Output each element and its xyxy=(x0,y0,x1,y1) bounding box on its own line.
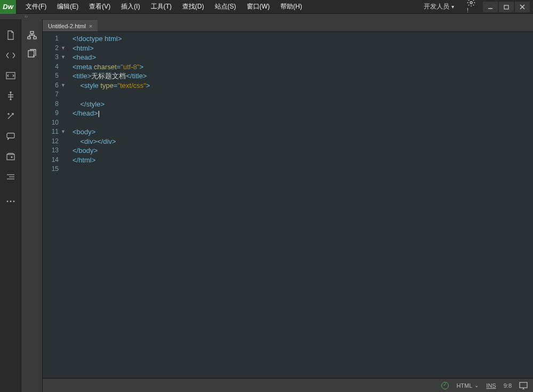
menu-bar: 文件(F)编辑(E)查看(V)插入(I)工具(T)查找(D)站点(S)窗口(W)… xyxy=(21,0,306,13)
tab-label: Untitled-2.html xyxy=(48,23,86,29)
cursor-position: 9:8 xyxy=(504,382,512,389)
status-bar: HTML ⌄ INS 9:8 xyxy=(43,378,533,392)
svg-point-0 xyxy=(470,2,472,4)
menu-item[interactable]: 查找(D) xyxy=(178,0,208,13)
editor-area: Untitled-2.html × 1 2▼3▼4 5 6▼7 8 9 10 1… xyxy=(43,19,533,392)
svg-rect-22 xyxy=(520,382,527,388)
error-status[interactable] xyxy=(441,382,449,389)
file-tab[interactable]: Untitled-2.html × xyxy=(43,20,98,31)
comment-tool-icon[interactable] xyxy=(5,131,16,142)
menu-item[interactable]: 站点(S) xyxy=(211,0,240,13)
manage-sites-icon[interactable] xyxy=(5,50,16,61)
svg-rect-18 xyxy=(30,31,34,34)
file-tool-icon[interactable] xyxy=(5,30,16,40)
menu-item[interactable]: 帮助(H) xyxy=(276,0,306,13)
check-circle-icon xyxy=(441,382,449,389)
menu-item[interactable]: 文件(F) xyxy=(21,0,51,13)
code-view-icon[interactable] xyxy=(5,70,16,81)
svg-rect-2 xyxy=(504,5,508,9)
window-controls xyxy=(483,2,530,12)
settings-button[interactable]: ! xyxy=(464,0,479,15)
svg-point-17 xyxy=(13,201,14,202)
preview-icon[interactable] xyxy=(519,382,528,389)
more-tools-icon[interactable] xyxy=(5,196,16,207)
workspace-label: 开发人员 xyxy=(424,2,449,11)
svg-point-11 xyxy=(11,157,12,158)
code-editor[interactable]: 1 2▼3▼4 5 6▼7 8 9 10 11▼12 13 14 15 <!do… xyxy=(43,32,533,378)
menu-item[interactable]: 工具(T) xyxy=(147,0,176,13)
files-panel-icon[interactable] xyxy=(27,48,37,59)
chevron-down-icon: ▾ xyxy=(451,4,454,10)
svg-rect-10 xyxy=(7,154,14,160)
close-tab-icon[interactable]: × xyxy=(89,23,92,29)
menu-item[interactable]: 插入(I) xyxy=(117,0,144,13)
insert-mode[interactable]: INS xyxy=(486,382,496,389)
panel-grip-icon[interactable]: ›› xyxy=(25,14,28,19)
svg-point-16 xyxy=(10,201,11,202)
dom-tree-icon[interactable] xyxy=(27,30,37,40)
maximize-button[interactable] xyxy=(499,2,514,12)
app-logo: Dw xyxy=(0,0,16,14)
workspace-dropdown[interactable]: 开发人员 ▾ xyxy=(418,1,459,12)
svg-point-15 xyxy=(6,201,8,202)
titlebar: Dw 文件(F)编辑(E)查看(V)插入(I)工具(T)查找(D)站点(S)窗口… xyxy=(0,0,533,14)
svg-point-7 xyxy=(10,99,11,100)
svg-point-8 xyxy=(8,113,9,115)
horizontal-scrollbar[interactable] xyxy=(46,382,433,389)
svg-rect-9 xyxy=(7,133,14,138)
split-view-icon[interactable] xyxy=(5,91,16,101)
minimize-button[interactable] xyxy=(483,2,498,12)
svg-rect-20 xyxy=(34,37,36,39)
assets-tool-icon[interactable] xyxy=(5,151,16,162)
code-content[interactable]: <!doctype html><html><head><meta charset… xyxy=(68,32,533,378)
chevron-down-icon: ⌄ xyxy=(474,382,479,388)
left-toolbar xyxy=(0,19,21,392)
secondary-toolbar xyxy=(21,19,43,392)
indent-tool-icon[interactable] xyxy=(5,172,16,182)
svg-point-6 xyxy=(10,92,11,93)
close-button[interactable] xyxy=(515,2,530,12)
line-gutter: 1 2▼3▼4 5 6▼7 8 9 10 11▼12 13 14 15 xyxy=(43,32,68,378)
menu-item[interactable]: 编辑(E) xyxy=(53,0,83,13)
svg-rect-19 xyxy=(28,37,30,39)
tab-bar: Untitled-2.html × xyxy=(43,19,533,32)
menu-item[interactable]: 窗口(W) xyxy=(243,0,274,13)
menu-item[interactable]: 查看(V) xyxy=(85,0,115,13)
language-mode[interactable]: HTML ⌄ xyxy=(456,382,479,389)
wand-tool-icon[interactable] xyxy=(5,111,16,121)
